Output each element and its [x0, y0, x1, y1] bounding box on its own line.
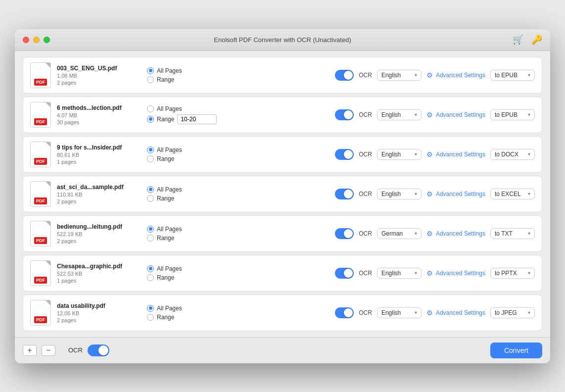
- controls-area: OCR German ▾ ⚙ Advanced Settings to TXT …: [335, 228, 535, 239]
- file-info: data usability.pdf 12.05 KB 2 pages: [57, 302, 141, 323]
- format-select[interactable]: to EPUB ▾: [490, 109, 535, 120]
- file-row: PDF 9 tips for s...Insider.pdf 80.61 KB …: [23, 136, 542, 173]
- all-pages-option[interactable]: All Pages: [147, 186, 226, 193]
- pdf-badge: PDF: [34, 237, 47, 244]
- key-icon[interactable]: 🔑: [531, 34, 542, 45]
- range-radio[interactable]: [147, 274, 154, 281]
- file-info: 9 tips for s...Insider.pdf 80.61 KB 1 pa…: [57, 144, 141, 165]
- ocr-toggle[interactable]: [335, 228, 354, 239]
- page-options: All Pages Range: [147, 105, 226, 124]
- range-option[interactable]: Range: [147, 314, 226, 321]
- remove-file-button[interactable]: −: [42, 345, 55, 356]
- close-button[interactable]: [23, 37, 29, 43]
- language-select[interactable]: English ▾: [377, 70, 422, 81]
- file-info: bedienung...leitung.pdf 522.19 KB 2 page…: [57, 223, 141, 244]
- advanced-settings-button[interactable]: ⚙ Advanced Settings: [426, 230, 485, 238]
- file-pages: 30 pages: [57, 119, 141, 125]
- minimize-button[interactable]: [33, 37, 40, 43]
- language-value: English: [381, 270, 401, 277]
- file-pages: 2 pages: [57, 238, 141, 244]
- range-radio[interactable]: [147, 155, 154, 162]
- advanced-settings-button[interactable]: ⚙ Advanced Settings: [426, 71, 485, 79]
- all-pages-option[interactable]: All Pages: [147, 265, 226, 272]
- range-radio[interactable]: [147, 235, 154, 242]
- all-pages-radio[interactable]: [147, 186, 154, 193]
- format-arrow-icon: ▾: [528, 270, 530, 276]
- all-pages-option[interactable]: All Pages: [147, 226, 226, 233]
- all-pages-radio[interactable]: [147, 147, 154, 153]
- range-radio[interactable]: [147, 116, 154, 123]
- all-pages-option[interactable]: All Pages: [147, 305, 226, 312]
- cart-icon[interactable]: 🛒: [513, 34, 523, 45]
- ocr-toggle[interactable]: [335, 149, 354, 160]
- format-select[interactable]: to EPUB ▾: [490, 70, 535, 81]
- language-select[interactable]: English ▾: [377, 307, 422, 318]
- range-input[interactable]: [177, 114, 217, 124]
- page-options: All Pages Range: [147, 226, 226, 242]
- titlebar-icons: 🛒 🔑: [513, 34, 542, 45]
- language-arrow-icon: ▾: [415, 310, 417, 315]
- advanced-settings-label: Advanced Settings: [436, 191, 485, 197]
- all-pages-radio[interactable]: [147, 265, 154, 272]
- range-radio[interactable]: [147, 76, 154, 83]
- format-arrow-icon: ▾: [528, 112, 530, 117]
- ocr-toggle[interactable]: [335, 307, 354, 318]
- all-pages-radio[interactable]: [147, 226, 154, 233]
- range-radio[interactable]: [147, 314, 154, 321]
- language-arrow-icon: ▾: [415, 231, 417, 236]
- range-option[interactable]: Range: [147, 76, 226, 83]
- ocr-label: OCR: [359, 309, 372, 316]
- file-row: PDF 6 methods...lection.pdf 4.07 MB 30 p…: [23, 97, 542, 133]
- all-pages-radio[interactable]: [147, 305, 154, 312]
- language-select[interactable]: German ▾: [377, 228, 422, 239]
- add-file-button[interactable]: +: [23, 345, 37, 356]
- language-select[interactable]: English ▾: [377, 268, 422, 279]
- convert-button[interactable]: Convert: [490, 343, 542, 358]
- all-pages-option[interactable]: All Pages: [147, 67, 226, 74]
- format-select[interactable]: to EXCEL ▾: [490, 189, 535, 199]
- ocr-toggle[interactable]: [335, 70, 354, 81]
- all-pages-label: All Pages: [157, 265, 182, 272]
- pdf-badge: PDF: [34, 79, 47, 86]
- format-arrow-icon: ▾: [528, 231, 530, 236]
- ocr-toggle[interactable]: [335, 109, 354, 120]
- advanced-settings-button[interactable]: ⚙ Advanced Settings: [426, 150, 485, 158]
- pdf-icon: PDF: [30, 62, 51, 88]
- advanced-settings-button[interactable]: ⚙ Advanced Settings: [426, 309, 485, 317]
- range-option[interactable]: Range: [147, 235, 226, 242]
- advanced-settings-button[interactable]: ⚙ Advanced Settings: [426, 269, 485, 277]
- main-window: Enolsoft PDF Converter with OCR (Unactiv…: [15, 29, 550, 363]
- range-option[interactable]: Range: [147, 195, 226, 202]
- ocr-toggle[interactable]: [335, 189, 354, 199]
- pdf-icon: PDF: [30, 300, 51, 326]
- ocr-toggle[interactable]: [335, 268, 354, 279]
- file-row: PDF data usability.pdf 12.05 KB 2 pages …: [23, 294, 542, 331]
- range-radio[interactable]: [147, 195, 154, 202]
- language-select[interactable]: English ▾: [377, 149, 422, 160]
- file-info: 6 methods...lection.pdf 4.07 MB 30 pages: [57, 104, 141, 125]
- language-value: English: [381, 111, 401, 118]
- range-option[interactable]: Range: [147, 114, 226, 124]
- all-pages-option[interactable]: All Pages: [147, 105, 226, 112]
- language-select[interactable]: English ▾: [377, 109, 422, 120]
- format-select[interactable]: to DOCX ▾: [490, 149, 535, 160]
- language-select[interactable]: English ▾: [377, 189, 422, 199]
- format-select[interactable]: to JPEG ▾: [490, 307, 535, 318]
- format-select[interactable]: to PPTX ▾: [490, 268, 535, 279]
- bottom-ocr-toggle[interactable]: [88, 344, 109, 356]
- file-size: 522.19 KB: [57, 231, 141, 237]
- format-select[interactable]: to TXT ▾: [490, 228, 535, 239]
- all-pages-radio[interactable]: [147, 67, 154, 74]
- range-label: Range: [157, 155, 174, 162]
- maximize-button[interactable]: [44, 37, 50, 43]
- file-name: 003_SC_ENG_US.pdf: [57, 65, 141, 72]
- range-option[interactable]: Range: [147, 155, 226, 162]
- advanced-settings-button[interactable]: ⚙ Advanced Settings: [426, 190, 485, 198]
- range-option[interactable]: Range: [147, 274, 226, 281]
- advanced-settings-button[interactable]: ⚙ Advanced Settings: [426, 111, 485, 119]
- page-options: All Pages Range: [147, 186, 226, 202]
- all-pages-radio[interactable]: [147, 105, 154, 112]
- file-name: ast_sci_da...sample.pdf: [57, 184, 141, 191]
- all-pages-option[interactable]: All Pages: [147, 147, 226, 153]
- format-arrow-icon: ▾: [528, 72, 530, 78]
